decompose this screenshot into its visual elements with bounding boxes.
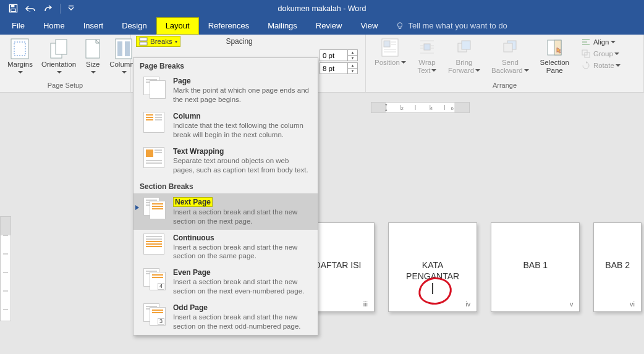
spacing-before-spinner[interactable]: ▲▼ [320, 49, 358, 61]
qat-separator [60, 4, 61, 14]
bring-forward-button[interactable]: BringForward [444, 37, 484, 75]
break-odd-page[interactable]: 13 Odd PageInsert a section break and st… [133, 300, 318, 335]
svg-rect-40 [371, 103, 386, 112]
svg-rect-28 [462, 41, 470, 49]
page-thumbnails: DAFTAR ISI iii KATAPENGANTAR iv BAB 1 v … [312, 222, 642, 312]
tab-home[interactable]: Home [34, 17, 74, 35]
tab-references[interactable]: References [199, 17, 258, 35]
svg-text:4: 4 [430, 106, 433, 111]
tab-mailings[interactable]: Mailings [258, 17, 307, 35]
break-even-page[interactable]: 24 Even PageInsert a section break and s… [133, 264, 318, 300]
tell-me-placeholder: Tell me what you want to do [408, 21, 507, 30]
break-next-page[interactable]: Next PageInsert a section break and star… [133, 193, 318, 230]
svg-text:6: 6 [451, 106, 454, 111]
group-label-page-setup: Page Setup [5, 82, 125, 91]
ribbon-panel: Margins Orientation Size Columns Page Se… [0, 35, 644, 93]
spacing-after-spinner[interactable]: ▲▼ [320, 62, 358, 74]
break-text-wrapping[interactable]: Text WrappingSeparate text around object… [133, 143, 318, 179]
rotate-button[interactable]: Rotate [579, 61, 623, 70]
break-column[interactable]: ColumnIndicate that the text following t… [133, 108, 318, 143]
break-continuous[interactable]: ContinuousInsert a section break and sta… [133, 230, 318, 265]
page-thumb-5[interactable]: BAB 1 v [491, 222, 580, 312]
svg-rect-39 [140, 42, 147, 45]
svg-rect-15 [384, 41, 390, 47]
ribbon-tabs: File Home Insert Design Layout Reference… [0, 17, 644, 35]
svg-rect-1 [11, 5, 15, 7]
svg-rect-50 [1, 217, 11, 235]
quick-access-toolbar [0, 4, 74, 14]
align-icon [582, 38, 590, 46]
selection-arrow-icon [135, 204, 140, 211]
title-bar: dokumen makalah - Word [0, 0, 644, 17]
size-button[interactable]: Size [82, 37, 103, 77]
tab-insert[interactable]: Insert [74, 17, 113, 35]
svg-rect-3 [69, 6, 74, 6]
breaks-dropdown: Page Breaks PageMark the point at which … [133, 57, 318, 335]
svg-rect-12 [117, 41, 122, 56]
undo-icon[interactable] [24, 4, 36, 13]
vertical-ruler[interactable] [0, 216, 11, 321]
spacing-after-input[interactable] [320, 63, 347, 74]
svg-rect-20 [424, 44, 430, 50]
tab-file[interactable]: File [2, 17, 34, 35]
selection-pane-button[interactable]: SelectionPane [536, 37, 573, 75]
svg-rect-9 [56, 40, 67, 54]
svg-rect-38 [140, 38, 147, 41]
group-arrange: Position WrapText BringForward SendBackw… [366, 35, 644, 92]
redo-icon[interactable] [43, 4, 53, 13]
tab-layout[interactable]: Layout [156, 17, 199, 35]
orientation-button[interactable]: Orientation [39, 37, 78, 77]
lightbulb-icon [396, 22, 404, 30]
margins-button[interactable]: Margins [5, 37, 35, 77]
section-section-breaks: Section Breaks [133, 179, 318, 193]
spin-up-icon[interactable]: ▲ [348, 50, 357, 56]
spacing-label: Spacing [226, 37, 252, 46]
chevron-down-icon: ▾ [175, 39, 177, 44]
spin-up-icon[interactable]: ▲ [348, 63, 357, 69]
align-button[interactable]: Align [579, 37, 623, 47]
svg-text:2: 2 [400, 106, 403, 111]
group-icon [582, 49, 590, 58]
tab-design[interactable]: Design [112, 17, 156, 35]
save-icon[interactable] [9, 4, 18, 13]
svg-rect-2 [11, 9, 16, 11]
wrap-text-button[interactable]: WrapText [413, 37, 441, 75]
horizontal-ruler[interactable]: 2 4 6 [371, 102, 470, 113]
svg-rect-13 [125, 41, 130, 56]
spin-down-icon[interactable]: ▼ [348, 56, 357, 61]
spin-down-icon[interactable]: ▼ [348, 69, 357, 74]
spacing-before-input[interactable] [320, 50, 347, 61]
svg-rect-30 [504, 43, 512, 52]
tell-me-search[interactable]: Tell me what you want to do [387, 17, 515, 35]
text-cursor-icon [431, 283, 434, 294]
section-page-breaks: Page Breaks [133, 58, 318, 73]
document-workspace: 2 4 6 DAFTAR ISI iii KATAPENGANTAR iv BA… [0, 93, 644, 354]
rotate-icon [582, 61, 590, 70]
group-label-arrange: Arrange [371, 82, 638, 91]
qat-customize-icon[interactable] [68, 5, 74, 12]
svg-point-4 [398, 22, 402, 27]
group-page-setup: Margins Orientation Size Columns Page Se… [0, 35, 131, 92]
svg-rect-41 [454, 103, 469, 112]
page-thumb-6[interactable]: BAB 2 vi [593, 222, 642, 312]
break-page[interactable]: PageMark the point at which one page end… [133, 73, 318, 108]
breaks-button[interactable]: Breaks ▾ [136, 36, 180, 47]
group-button[interactable]: Group [579, 49, 623, 59]
position-button[interactable]: Position [371, 37, 410, 67]
tab-review[interactable]: Review [307, 17, 352, 35]
send-backward-button[interactable]: SendBackward [488, 37, 533, 75]
window-title: dokumen makalah - Word [0, 0, 644, 17]
breaks-icon [139, 37, 148, 46]
page-thumb-4[interactable]: KATAPENGANTAR iv [388, 222, 477, 312]
svg-rect-5 [399, 28, 401, 28]
tab-view[interactable]: View [351, 17, 387, 35]
